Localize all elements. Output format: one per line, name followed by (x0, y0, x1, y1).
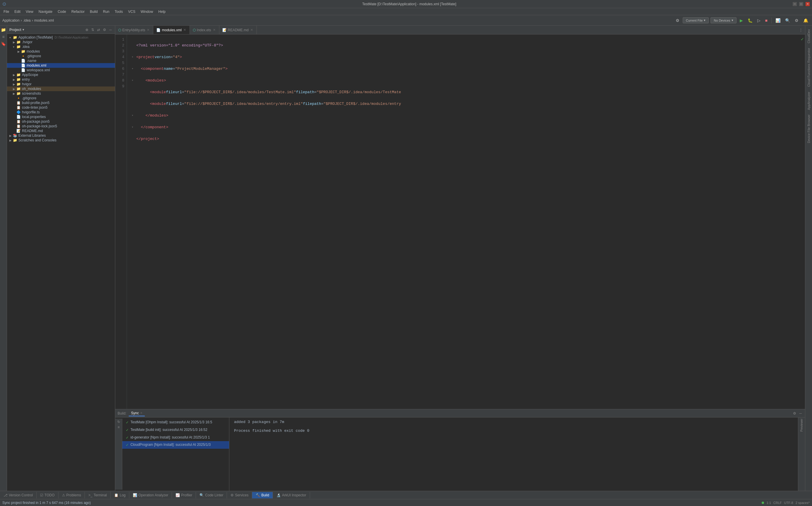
tree-name-file[interactable]: 📄 .name (7, 59, 115, 63)
device-file-browser-label[interactable]: Device File Browser (807, 112, 811, 146)
menu-file[interactable]: File (1, 9, 11, 14)
tab-readme-close[interactable]: ✕ (250, 28, 254, 32)
tab-arkui[interactable]: 🔬 ArkUI Inspector (273, 492, 310, 498)
breadcrumb-app[interactable]: Application (2, 18, 20, 22)
tab-entry-ability[interactable]: ⬡ EntryAbility.ets ✕ (115, 26, 153, 34)
tree-readme[interactable]: 📝 README.md (7, 129, 115, 133)
tree-hvigor2[interactable]: ▶ 📁 hvigor (7, 82, 115, 86)
run-with-coverage[interactable]: ▷ (756, 17, 762, 24)
locate-icon-button[interactable]: ⊕ (84, 27, 89, 32)
appanalyzer-label[interactable]: AppAnalyzer (807, 89, 811, 112)
tab-more-button[interactable]: ⋮ (797, 28, 805, 32)
tree-oh-package[interactable]: 📋 oh-package.json5 (7, 119, 115, 124)
build-settings-button[interactable]: ⚙ (792, 411, 797, 416)
tab-index-ets-close[interactable]: ✕ (212, 28, 216, 32)
tree-external-libs[interactable]: ▶ 📚 External Libraries (7, 133, 115, 138)
menu-view[interactable]: View (23, 9, 36, 14)
breadcrumb-idea[interactable]: .idea (23, 18, 31, 22)
build-item-4[interactable]: ✓ CloudProgram [Npm Install]: successful… (122, 441, 229, 449)
tree-modules-xml[interactable]: 📄 modules.xml (7, 63, 115, 68)
project-icon[interactable]: 📁 (1, 27, 6, 33)
tab-modules-xml[interactable]: 📄 modules.xml ✕ (153, 26, 190, 34)
build-item-3[interactable]: ✓ id-generator [Npm Install]: successful… (122, 434, 229, 441)
build-sync-close[interactable]: ✕ (140, 411, 142, 415)
stop-button[interactable]: ■ (764, 17, 769, 24)
breadcrumb-file[interactable]: modules.xml (34, 18, 54, 22)
tree-oh-package-lock[interactable]: 📋 oh-package-lock.json5 (7, 124, 115, 129)
tab-code-linter[interactable]: 🔍 Code Linter (196, 492, 227, 498)
build-item-2[interactable]: ✓ TestMate [build init]: successful At 2… (122, 426, 229, 434)
tab-entry-ability-close[interactable]: ✕ (146, 28, 150, 32)
menu-tools[interactable]: Tools (112, 9, 125, 14)
tree-root[interactable]: ▾ 📁 Application [TestMate] D:\TestMate\A… (7, 35, 115, 40)
menu-refactor[interactable]: Refactor (69, 9, 87, 14)
menu-code[interactable]: Code (55, 9, 68, 14)
tree-scratches[interactable]: ▶ 📁 Scratches and Consoles (7, 138, 115, 143)
maximize-button[interactable]: □ (799, 2, 803, 6)
status-line-col[interactable]: 1:1 (766, 501, 771, 505)
menu-navigate[interactable]: Navigate (36, 9, 55, 14)
build-item-1[interactable]: ✓ TestMate [Ohpm Install]: successful At… (122, 419, 229, 426)
collapse-all-button[interactable]: ⇄ (96, 27, 101, 32)
tab-build[interactable]: 🔨 Build (252, 492, 273, 498)
tree-modules-folder[interactable]: ▶ 📁 modules (7, 49, 115, 54)
menu-help[interactable]: Help (156, 9, 168, 14)
tab-problems[interactable]: ⚠ Problems (59, 492, 85, 498)
tree-gitignore-idea[interactable]: 🔸 .gitignore (7, 54, 115, 59)
build-minimize-button[interactable]: ─ (798, 411, 803, 416)
close-button[interactable]: ✕ (806, 2, 810, 6)
notifications-button[interactable]: 🔔 (802, 17, 810, 24)
tree-oh-modules[interactable]: ▶ 📁 oh_modules (7, 86, 115, 91)
tab-profiler[interactable]: 📈 Profiler (172, 492, 196, 498)
panel-settings-button[interactable]: ⚙ (102, 27, 107, 32)
tree-code-linter[interactable]: 📋 code-linter.json5 (7, 105, 115, 110)
tree-screenshots[interactable]: ▶ 📁 screenshots (7, 91, 115, 96)
panel-minimize-button[interactable]: ─ (108, 27, 113, 32)
tree-workspace-xml[interactable]: 📄 workspace.xml (7, 68, 115, 72)
tree-idea[interactable]: ▾ 📁 .idea (7, 45, 115, 49)
build-list-icon[interactable]: ≡ (118, 425, 120, 429)
status-indent[interactable]: 2 spaces* (796, 501, 810, 505)
menu-edit[interactable]: Edit (12, 9, 23, 14)
tab-operation-analyzer[interactable]: 📊 Operation Analyzer (129, 492, 172, 498)
tab-log[interactable]: 📋 Log (111, 492, 129, 498)
tab-modules-xml-close[interactable]: ✕ (183, 28, 187, 32)
cloud-functions-label[interactable]: Cloud Functions Requestor (807, 46, 811, 89)
tab-todo[interactable]: ☑ TODO (37, 492, 58, 498)
bookmarks-icon[interactable]: 🔖 (1, 41, 6, 47)
menu-vcs[interactable]: VCS (126, 9, 138, 14)
tree-build-profile[interactable]: 📋 build-profile.json5 (7, 100, 115, 105)
debug-button[interactable]: 🐛 (746, 17, 754, 24)
status-encoding[interactable]: UTF-8 (784, 501, 793, 505)
tab-terminal[interactable]: >_ Terminal (85, 492, 111, 498)
tree-gitignore-root[interactable]: 🔸 .gitignore (7, 96, 115, 100)
settings-button[interactable]: ⚙ (793, 17, 800, 24)
tab-readme[interactable]: 📝 README.md ✕ (219, 26, 257, 34)
tree-local-properties[interactable]: 📄 local.properties (7, 114, 115, 119)
tree-hvigor[interactable]: ▶ 📁 .hvigor (7, 40, 115, 45)
profile-button[interactable]: 📊 (774, 17, 782, 24)
build-sync-tab[interactable]: Sync ✕ (129, 411, 145, 416)
tab-services[interactable]: ⚙ Services (227, 492, 252, 498)
no-devices-button[interactable]: No Devices ▾ (710, 17, 736, 23)
code-area[interactable]: <?xml version="1.0" encoding="UTF-8"?> ▾… (127, 34, 800, 409)
menu-build[interactable]: Build (87, 9, 100, 14)
settings-icon-button[interactable]: ⚙ (674, 17, 681, 24)
search-everywhere-button[interactable]: 🔍 (784, 17, 792, 24)
expand-all-button[interactable]: ⇅ (90, 27, 95, 32)
structure-icon[interactable]: ≡ (1, 34, 6, 40)
tab-index-ets[interactable]: ⬡ Index.ets ✕ (190, 26, 219, 34)
menu-window[interactable]: Window (138, 9, 156, 14)
clouddev-label[interactable]: CloudDev (807, 27, 811, 46)
previewer-label[interactable]: Previewer (800, 419, 803, 434)
minimize-button[interactable]: ─ (793, 2, 797, 6)
run-button[interactable]: ▶ (738, 17, 744, 24)
tab-version-control[interactable]: ⎇ Version Control (0, 492, 37, 498)
build-refresh-icon[interactable]: ↻ (117, 420, 120, 424)
tree-hvigorfile[interactable]: 🔷 hvigorfile.ts (7, 110, 115, 114)
tree-appscope[interactable]: ▶ 📁 AppScope (7, 72, 115, 77)
menu-run[interactable]: Run (100, 9, 112, 14)
status-line-ending[interactable]: CRLF (773, 501, 782, 505)
current-file-button[interactable]: Current File ▾ (683, 17, 709, 23)
tree-entry[interactable]: ▶ 📁 entry (7, 77, 115, 82)
